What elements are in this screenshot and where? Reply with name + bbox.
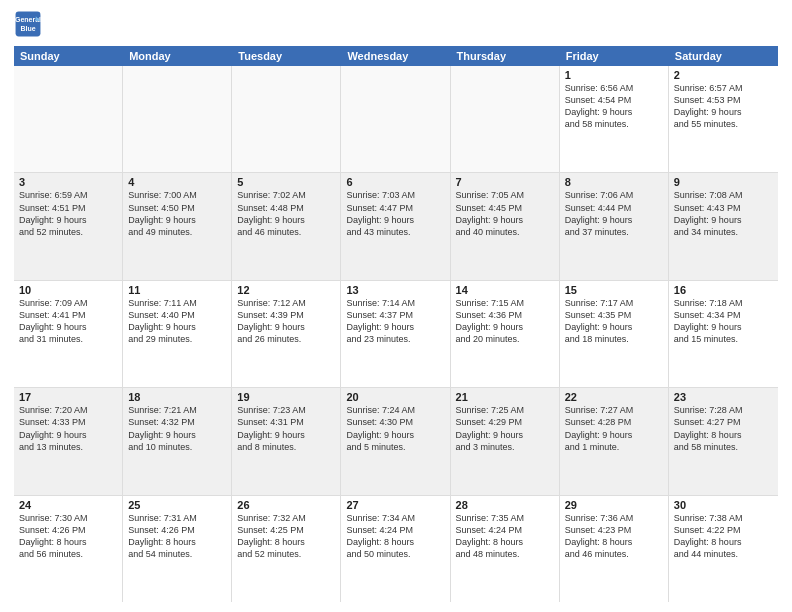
cell-line: and 8 minutes. — [237, 441, 335, 453]
cell-line: Sunrise: 7:35 AM — [456, 512, 554, 524]
cell-line: and 48 minutes. — [456, 548, 554, 560]
cell-line: Sunset: 4:45 PM — [456, 202, 554, 214]
cell-line: Sunrise: 7:06 AM — [565, 189, 663, 201]
cell-line: Sunset: 4:28 PM — [565, 416, 663, 428]
calendar-cell — [232, 66, 341, 172]
day-number: 26 — [237, 499, 335, 511]
cell-line: Sunrise: 7:23 AM — [237, 404, 335, 416]
header-day: Saturday — [669, 46, 778, 66]
cell-line: Sunrise: 7:27 AM — [565, 404, 663, 416]
calendar-cell: 11Sunrise: 7:11 AMSunset: 4:40 PMDayligh… — [123, 281, 232, 387]
calendar-cell: 5Sunrise: 7:02 AMSunset: 4:48 PMDaylight… — [232, 173, 341, 279]
calendar-cell: 2Sunrise: 6:57 AMSunset: 4:53 PMDaylight… — [669, 66, 778, 172]
cell-line: Daylight: 8 hours — [346, 536, 444, 548]
cell-line: and 37 minutes. — [565, 226, 663, 238]
calendar-cell — [341, 66, 450, 172]
cell-line: Sunrise: 7:03 AM — [346, 189, 444, 201]
cell-line: Sunrise: 7:14 AM — [346, 297, 444, 309]
day-number: 25 — [128, 499, 226, 511]
day-number: 18 — [128, 391, 226, 403]
header-day: Tuesday — [232, 46, 341, 66]
cell-line: Daylight: 9 hours — [128, 321, 226, 333]
cell-line: Sunset: 4:34 PM — [674, 309, 773, 321]
day-number: 28 — [456, 499, 554, 511]
cell-line: and 54 minutes. — [128, 548, 226, 560]
day-number: 15 — [565, 284, 663, 296]
calendar-cell: 15Sunrise: 7:17 AMSunset: 4:35 PMDayligh… — [560, 281, 669, 387]
cell-line: Sunset: 4:26 PM — [128, 524, 226, 536]
cell-line: Sunrise: 7:25 AM — [456, 404, 554, 416]
cell-line: Daylight: 9 hours — [19, 429, 117, 441]
day-number: 13 — [346, 284, 444, 296]
cell-line: Sunset: 4:22 PM — [674, 524, 773, 536]
cell-line: Sunset: 4:41 PM — [19, 309, 117, 321]
cell-line: Sunrise: 7:08 AM — [674, 189, 773, 201]
cell-line: and 20 minutes. — [456, 333, 554, 345]
cell-line: and 15 minutes. — [674, 333, 773, 345]
header-day: Sunday — [14, 46, 123, 66]
header: General Blue — [14, 10, 778, 38]
calendar-row: 17Sunrise: 7:20 AMSunset: 4:33 PMDayligh… — [14, 388, 778, 495]
cell-line: Daylight: 9 hours — [565, 429, 663, 441]
cell-line: Sunset: 4:31 PM — [237, 416, 335, 428]
cell-line: and 50 minutes. — [346, 548, 444, 560]
cell-line: Daylight: 9 hours — [128, 429, 226, 441]
cell-line: Daylight: 8 hours — [565, 536, 663, 548]
cell-line: Daylight: 9 hours — [237, 321, 335, 333]
cell-line: Sunset: 4:43 PM — [674, 202, 773, 214]
calendar-cell: 6Sunrise: 7:03 AMSunset: 4:47 PMDaylight… — [341, 173, 450, 279]
cell-line: and 34 minutes. — [674, 226, 773, 238]
calendar: SundayMondayTuesdayWednesdayThursdayFrid… — [14, 46, 778, 602]
cell-line: Sunset: 4:48 PM — [237, 202, 335, 214]
cell-line: Sunset: 4:39 PM — [237, 309, 335, 321]
day-number: 2 — [674, 69, 773, 81]
calendar-cell: 16Sunrise: 7:18 AMSunset: 4:34 PMDayligh… — [669, 281, 778, 387]
header-day: Wednesday — [341, 46, 450, 66]
cell-line: Daylight: 9 hours — [346, 429, 444, 441]
calendar-cell: 23Sunrise: 7:28 AMSunset: 4:27 PMDayligh… — [669, 388, 778, 494]
cell-line: Sunrise: 7:00 AM — [128, 189, 226, 201]
cell-line: Daylight: 9 hours — [128, 214, 226, 226]
logo: General Blue — [14, 10, 42, 38]
cell-line: and 58 minutes. — [674, 441, 773, 453]
cell-line: and 3 minutes. — [456, 441, 554, 453]
cell-line: Sunrise: 7:34 AM — [346, 512, 444, 524]
cell-line: and 13 minutes. — [19, 441, 117, 453]
cell-line: Daylight: 9 hours — [456, 214, 554, 226]
cell-line: Sunset: 4:23 PM — [565, 524, 663, 536]
cell-line: Sunset: 4:24 PM — [456, 524, 554, 536]
calendar-row: 24Sunrise: 7:30 AMSunset: 4:26 PMDayligh… — [14, 496, 778, 602]
day-number: 20 — [346, 391, 444, 403]
cell-line: Sunset: 4:25 PM — [237, 524, 335, 536]
cell-line: Sunrise: 7:20 AM — [19, 404, 117, 416]
cell-line: Sunrise: 7:24 AM — [346, 404, 444, 416]
day-number: 17 — [19, 391, 117, 403]
calendar-cell: 20Sunrise: 7:24 AMSunset: 4:30 PMDayligh… — [341, 388, 450, 494]
cell-line: Sunrise: 6:59 AM — [19, 189, 117, 201]
cell-line: Sunset: 4:47 PM — [346, 202, 444, 214]
cell-line: Daylight: 9 hours — [565, 214, 663, 226]
svg-text:Blue: Blue — [20, 25, 35, 32]
calendar-cell: 24Sunrise: 7:30 AMSunset: 4:26 PMDayligh… — [14, 496, 123, 602]
cell-line: Sunset: 4:51 PM — [19, 202, 117, 214]
day-number: 16 — [674, 284, 773, 296]
calendar-cell — [451, 66, 560, 172]
calendar-cell: 26Sunrise: 7:32 AMSunset: 4:25 PMDayligh… — [232, 496, 341, 602]
cell-line: Sunset: 4:40 PM — [128, 309, 226, 321]
cell-line: Sunrise: 7:28 AM — [674, 404, 773, 416]
cell-line: and 29 minutes. — [128, 333, 226, 345]
calendar-cell: 13Sunrise: 7:14 AMSunset: 4:37 PMDayligh… — [341, 281, 450, 387]
cell-line: Sunset: 4:53 PM — [674, 94, 773, 106]
cell-line: Sunrise: 7:32 AM — [237, 512, 335, 524]
day-number: 3 — [19, 176, 117, 188]
day-number: 7 — [456, 176, 554, 188]
cell-line: Sunrise: 7:21 AM — [128, 404, 226, 416]
cell-line: Daylight: 8 hours — [674, 429, 773, 441]
cell-line: Sunrise: 7:12 AM — [237, 297, 335, 309]
cell-line: and 23 minutes. — [346, 333, 444, 345]
cell-line: and 26 minutes. — [237, 333, 335, 345]
cell-line: Daylight: 8 hours — [674, 536, 773, 548]
calendar-cell: 25Sunrise: 7:31 AMSunset: 4:26 PMDayligh… — [123, 496, 232, 602]
cell-line: Daylight: 9 hours — [674, 214, 773, 226]
calendar-cell: 19Sunrise: 7:23 AMSunset: 4:31 PMDayligh… — [232, 388, 341, 494]
